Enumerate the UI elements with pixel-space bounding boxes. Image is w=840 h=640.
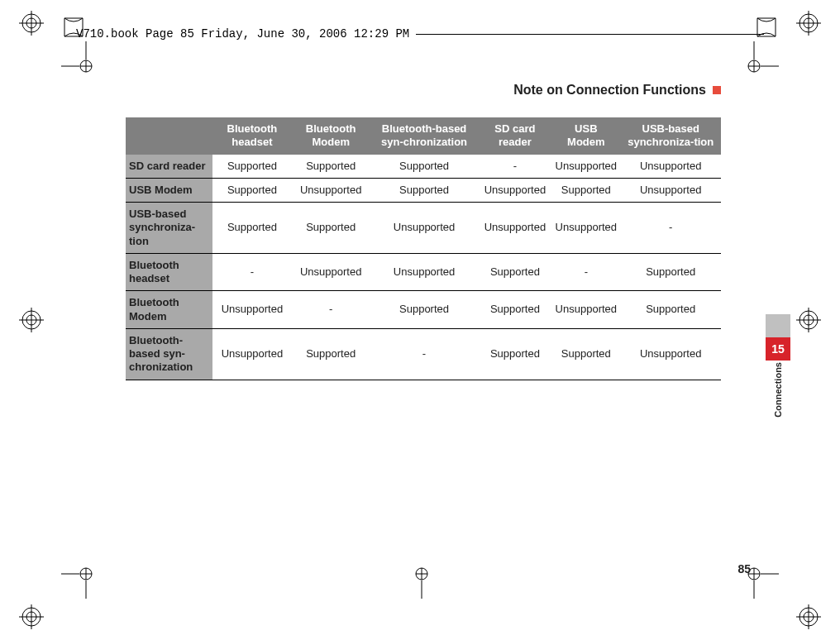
registration-mark-icon	[796, 308, 821, 332]
page-title: Note on Connection Functions	[513, 83, 706, 98]
table-row-header: Bluetooth headset	[126, 253, 212, 291]
chapter-tab: 15 Connections	[766, 314, 790, 418]
table-cell: Unsupported	[479, 203, 552, 254]
table-cell: Unsupported	[551, 155, 620, 179]
table-cell: Unsupported	[370, 203, 479, 254]
svg-point-20	[799, 608, 818, 626]
table-row: Bluetooth-based syn-chronization Unsuppo…	[126, 328, 721, 380]
table-cell: -	[212, 253, 292, 291]
table-column-header: USB Modem	[551, 117, 620, 155]
table-cell: -	[370, 328, 479, 380]
chapter-number: 15	[766, 337, 790, 361]
svg-point-9	[26, 315, 36, 325]
svg-point-31	[748, 60, 760, 72]
table-row: Bluetooth Modem Unsupported - Supported …	[126, 291, 721, 329]
table-cell: Unsupported	[620, 178, 721, 202]
compatibility-table: Bluetooth headset Bluetooth Modem Blueto…	[126, 117, 721, 380]
table-cell: Supported	[620, 291, 721, 329]
crop-mark-icon	[61, 41, 111, 91]
svg-point-1	[26, 18, 36, 28]
crop-mark-icon	[397, 549, 446, 599]
table-cell: Supported	[479, 291, 552, 329]
registration-mark-icon	[19, 11, 44, 36]
table-row-header: USB Modem	[126, 178, 212, 202]
crop-mark-icon	[729, 41, 779, 91]
svg-point-0	[22, 14, 41, 32]
page-title-row: Note on Connection Functions	[126, 83, 721, 98]
table-cell: Supported	[292, 203, 370, 254]
crop-mark-icon	[61, 549, 111, 599]
table-cell: Supported	[479, 253, 552, 291]
svg-point-4	[799, 14, 818, 32]
table-cell: -	[551, 253, 620, 291]
table-cell: Unsupported	[620, 328, 721, 380]
table-cell: Unsupported	[620, 155, 721, 179]
table-cell: Unsupported	[551, 203, 620, 254]
table-column-header: Bluetooth Modem	[292, 117, 370, 155]
table-cell: Unsupported	[212, 328, 292, 380]
table-cell: Supported	[212, 155, 292, 179]
table-row-header: Bluetooth Modem	[126, 291, 212, 329]
table-cell: Unsupported	[292, 253, 370, 291]
table-cell: -	[479, 155, 552, 179]
table-cell: Supported	[212, 178, 292, 202]
title-marker-icon	[713, 86, 721, 94]
table-cell: Supported	[212, 203, 292, 254]
table-row: USB Modem Supported Unsupported Supporte…	[126, 178, 721, 202]
table-row: Bluetooth headset - Unsupported Unsuppor…	[126, 253, 721, 291]
chapter-name: Connections	[773, 362, 783, 418]
svg-point-26	[80, 60, 92, 72]
table-column-header: SD card reader	[479, 117, 552, 155]
divider	[416, 34, 764, 35]
table-cell: Unsupported	[551, 291, 620, 329]
table-cell: Unsupported	[479, 178, 552, 202]
svg-point-13	[804, 315, 814, 325]
svg-point-8	[22, 311, 41, 329]
table-cell: Supported	[370, 155, 479, 179]
svg-point-5	[804, 18, 814, 28]
table-cell: Unsupported	[212, 291, 292, 329]
registration-mark-icon	[796, 11, 821, 36]
table-row-header: SD card reader	[126, 155, 212, 179]
table-row: SD card reader Supported Supported Suppo…	[126, 155, 721, 179]
page-number: 85	[737, 562, 751, 576]
svg-point-12	[799, 311, 818, 329]
svg-point-45	[416, 568, 427, 580]
registration-mark-icon	[19, 604, 44, 629]
table-column-header: Bluetooth headset	[212, 117, 292, 155]
svg-point-17	[26, 612, 36, 622]
svg-point-21	[804, 612, 814, 622]
table-cell: Supported	[292, 155, 370, 179]
svg-point-16	[22, 608, 41, 626]
table-row-header: Bluetooth-based syn-chronization	[126, 328, 212, 380]
table-cell: Supported	[620, 253, 721, 291]
table-cell: Supported	[370, 291, 479, 329]
table-cell: -	[292, 291, 370, 329]
table-cell: Supported	[292, 328, 370, 380]
table-cell: Supported	[551, 328, 620, 380]
table-cell: Supported	[551, 178, 620, 202]
table-column-header: Bluetooth-based syn-chronization	[370, 117, 479, 155]
svg-point-36	[80, 568, 92, 580]
registration-mark-icon	[796, 604, 821, 629]
table-cell: Unsupported	[370, 253, 479, 291]
table-cell: Supported	[370, 178, 479, 202]
table-column-header: USB-based synchroniza-tion	[620, 117, 721, 155]
crop-mark-icon	[729, 549, 779, 599]
table-row-header: USB-based synchroniza-tion	[126, 203, 212, 254]
table-corner	[126, 117, 212, 155]
document-header: V710.book Page 85 Friday, June 30, 2006 …	[76, 27, 764, 41]
table-cell: Unsupported	[292, 178, 370, 202]
registration-mark-icon	[19, 308, 44, 332]
document-filename: V710.book Page 85 Friday, June 30, 2006 …	[76, 27, 409, 41]
tab-spacer	[766, 314, 790, 337]
table-row: USB-based synchroniza-tion Supported Sup…	[126, 203, 721, 254]
table-cell: Supported	[479, 328, 552, 380]
table-cell: -	[620, 203, 721, 254]
